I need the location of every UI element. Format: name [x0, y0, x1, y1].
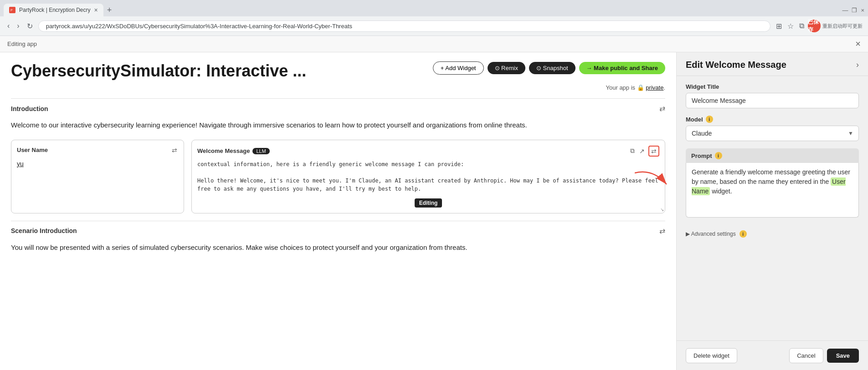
- welcome-message-widget-title: Welcome Message: [197, 147, 250, 154]
- llm-badge: LLM: [252, 148, 269, 154]
- avatar[interactable]: 已保存: [808, 20, 821, 32]
- make-public-button[interactable]: → Make public and Share: [579, 62, 666, 74]
- editing-bar: Editing app ×: [0, 36, 868, 52]
- copy-icon[interactable]: ⧉: [629, 146, 636, 157]
- model-select-wrap: Claude GPT-4 Titan ▼: [686, 126, 859, 141]
- browser-chrome: P PartyRock | Encryption Decry × + — ❐ ×…: [0, 0, 868, 36]
- prompt-textarea[interactable]: Generate a friendly welcome message gree…: [686, 163, 859, 218]
- welcome-message-widget-icons: ⧉ ↗ ⇄: [629, 146, 659, 157]
- model-info-icon[interactable]: i: [706, 116, 713, 123]
- editing-label: Editing app: [7, 41, 37, 47]
- save-button[interactable]: Save: [827, 349, 859, 363]
- privacy-link[interactable]: private: [646, 84, 663, 91]
- scenario-title: Scenario Introduction: [11, 227, 77, 234]
- address-bar: ‹ › ↻ ⊞ ☆ ⧉ 已保存 重新启动即可更新: [0, 16, 868, 35]
- share-icon[interactable]: ↗: [638, 146, 646, 157]
- scenario-section-header: Scenario Introduction ⇄: [11, 221, 665, 239]
- translate-icon[interactable]: ⊞: [774, 20, 784, 32]
- widget-title-input[interactable]: [686, 93, 859, 108]
- tab-close-button[interactable]: ×: [94, 6, 98, 14]
- resize-handle[interactable]: ↘: [660, 207, 664, 212]
- introduction-title: Introduction: [11, 105, 48, 112]
- forward-button[interactable]: ›: [15, 20, 21, 32]
- right-panel-title: Edit Welcome Message: [686, 60, 786, 70]
- maximize-button[interactable]: ❐: [852, 7, 857, 14]
- advanced-settings-toggle[interactable]: ▶ Advanced settings i: [677, 225, 868, 243]
- window-controls: — ❐ ×: [842, 7, 864, 14]
- minimize-button[interactable]: —: [842, 7, 848, 14]
- prompt-suffix: widget.: [712, 188, 732, 195]
- bottom-buttons: Delete widget Cancel Save: [677, 340, 868, 370]
- welcome-message-widget: Welcome Message LLM ⧉ ↗ ⇄ contextual inf…: [191, 140, 665, 213]
- back-button[interactable]: ‹: [5, 20, 11, 32]
- app-title: CybersecuritySimulator: Interactive ...: [11, 61, 306, 81]
- remix-button[interactable]: ⊙ Remix: [488, 62, 525, 74]
- prompt-label: Prompt i: [686, 148, 859, 163]
- refresh-text: 重新启动即可更新: [822, 23, 863, 30]
- welcome-content-line3: Hello there! Welcome, it's nice to meet …: [197, 177, 659, 193]
- right-panel-header: Edit Welcome Message ›: [677, 52, 868, 76]
- welcome-content-line1: contextual information, here is a friend…: [197, 160, 659, 168]
- header-buttons: + Add Widget ⊙ Remix ⊙ Snapshot → Make p…: [433, 61, 665, 75]
- close-window-button[interactable]: ×: [861, 7, 864, 14]
- privacy-note: Your app is 🔒 private.: [11, 84, 665, 91]
- tab-favicon: P: [9, 7, 15, 13]
- introduction-text: Welcome to our interactive cybersecurity…: [11, 120, 665, 131]
- reload-button[interactable]: ↻: [25, 20, 35, 32]
- extension-icon[interactable]: ⧉: [797, 20, 806, 32]
- user-name-value: yu: [17, 158, 178, 169]
- scenario-text: You will now be presented with a series …: [11, 243, 665, 253]
- delete-widget-button[interactable]: Delete widget: [686, 348, 737, 363]
- right-panel: Edit Welcome Message › Widget Title Mode…: [677, 52, 868, 370]
- model-section: Model i Claude GPT-4 Titan ▼: [677, 116, 868, 148]
- prompt-section: Prompt i Generate a friendly welcome mes…: [677, 148, 868, 225]
- introduction-settings-icon[interactable]: ⇄: [659, 104, 665, 113]
- svg-text:P: P: [10, 9, 13, 12]
- editing-tooltip: Editing: [415, 198, 442, 208]
- snapshot-button[interactable]: ⊙ Snapshot: [529, 62, 575, 74]
- widget-title-section: Widget Title: [677, 76, 868, 116]
- widgets-row: User Name ⇄ yu Welcome Message LLM ⧉: [11, 140, 665, 213]
- right-panel-close-button[interactable]: ›: [856, 60, 859, 70]
- welcome-message-widget-header: Welcome Message LLM ⧉ ↗ ⇄: [197, 146, 659, 157]
- active-tab[interactable]: P PartyRock | Encryption Decry ×: [4, 4, 103, 16]
- user-name-widget-header: User Name ⇄: [17, 146, 178, 155]
- user-name-widget-icons: ⇄: [171, 146, 178, 155]
- advanced-info-icon[interactable]: i: [740, 230, 747, 238]
- advanced-settings-label: ▶ Advanced settings: [686, 231, 736, 237]
- user-name-widget: User Name ⇄ yu: [11, 140, 184, 213]
- editing-close-button[interactable]: ×: [855, 39, 861, 49]
- tab-title: PartyRock | Encryption Decry: [19, 7, 91, 13]
- user-name-settings-icon[interactable]: ⇄: [171, 146, 178, 155]
- bookmark-icon[interactable]: ☆: [786, 20, 796, 32]
- introduction-section-header: Introduction ⇄: [11, 98, 665, 117]
- app-layout: CybersecuritySimulator: Interactive ... …: [0, 52, 868, 370]
- cancel-button[interactable]: Cancel: [789, 348, 823, 363]
- tab-bar: P PartyRock | Encryption Decry × + — ❐ ×: [0, 0, 868, 16]
- toolbar-icons: ⊞ ☆ ⧉ 已保存 重新启动即可更新: [774, 20, 863, 32]
- welcome-message-content: contextual information, here is a friend…: [197, 160, 659, 193]
- prompt-info-icon[interactable]: i: [715, 152, 722, 159]
- widget-title-label: Widget Title: [686, 83, 859, 90]
- address-input[interactable]: [38, 20, 770, 32]
- prompt-text: Generate a friendly welcome message gree…: [692, 168, 850, 185]
- new-tab-button[interactable]: +: [103, 5, 116, 15]
- welcome-title-group: Welcome Message LLM: [197, 147, 270, 154]
- add-widget-button[interactable]: + Add Widget: [433, 61, 484, 75]
- main-content: CybersecuritySimulator: Interactive ... …: [0, 52, 677, 370]
- editing-tooltip-wrap: Editing: [197, 197, 659, 208]
- user-name-widget-title: User Name: [17, 147, 48, 153]
- edit-icon[interactable]: ⇄: [648, 146, 659, 157]
- scenario-settings-icon[interactable]: ⇄: [659, 227, 665, 235]
- model-select[interactable]: Claude GPT-4 Titan: [686, 126, 859, 141]
- app-header: CybersecuritySimulator: Interactive ... …: [11, 61, 665, 81]
- model-label: Model i: [686, 116, 859, 123]
